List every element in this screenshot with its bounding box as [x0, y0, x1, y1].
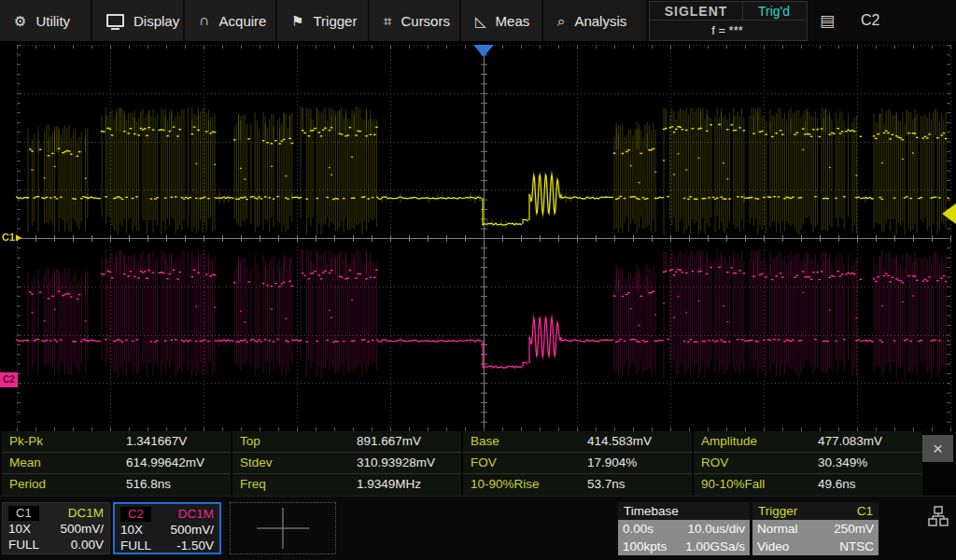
- menu-item-label: Meas: [496, 13, 530, 29]
- measurement-label: FOV: [471, 455, 497, 469]
- active-channel-label: C2: [861, 12, 879, 29]
- measurement-item: ROV 30.349%: [694, 453, 922, 474]
- measurement-label: Freq: [240, 477, 266, 491]
- menu-item-label: Trigger: [313, 13, 357, 29]
- flag-icon: ⚑: [291, 14, 303, 28]
- menu-item-utility[interactable]: ⚙ Utility: [0, 0, 91, 41]
- channel2-bandwidth: FULL: [120, 539, 151, 553]
- channel2-scale: 500mV/: [170, 523, 214, 537]
- measurement-value: 1.341667V: [126, 434, 187, 448]
- menu-item-display[interactable]: Display: [92, 0, 183, 41]
- channel1-scale: 500mV/: [60, 522, 104, 536]
- measurement-column: Amplitude 477.083mV ROV 30.349% 90-10%Fa…: [694, 431, 922, 496]
- measurement-item: Pk-Pk 1.341667V: [2, 431, 231, 453]
- channel2-coupling: DC1M: [178, 507, 214, 521]
- trigger-level-marker[interactable]: [942, 203, 956, 224]
- active-channel-indicator[interactable]: ▤ C2: [820, 0, 880, 41]
- measurement-item: Freq 1.9349MHz: [232, 474, 461, 495]
- channel1-probe: 10X: [8, 522, 31, 536]
- measurement-label: ROV: [701, 455, 728, 469]
- channel1-position-marker[interactable]: C1 ▶: [2, 231, 21, 243]
- trigger-level: 250mV: [834, 522, 874, 536]
- status-box: SIGLENT Trig'd f = ***: [649, 1, 808, 41]
- channel1-descriptor-box[interactable]: C1 DC1M 10X 500mV/ FULL 0.00V: [2, 502, 110, 554]
- menu-item-cursors[interactable]: ⌗ Cursors: [370, 0, 459, 41]
- timebase-descriptor-box[interactable]: Timebase 0.00s 10.0us/div 100kpts 1.00GS…: [618, 502, 750, 555]
- timebase-title: Timebase: [624, 504, 679, 518]
- measurement-value: 516.8ns: [126, 477, 171, 491]
- channel1-bandwidth: FULL: [8, 538, 39, 552]
- menu-bar: ⚙ Utility Display ∩ Acquire ⚑ Trigger ⌗ …: [0, 0, 956, 41]
- measurement-item: Period 516.8ns: [2, 474, 231, 495]
- measurement-label: Mean: [9, 455, 41, 469]
- measurement-label: Pk-Pk: [9, 434, 43, 448]
- measurement-item: Stdev 310.93928mV: [232, 453, 461, 474]
- menu-item-meas[interactable]: ◺ Meas: [461, 0, 541, 41]
- menu-item-analysis[interactable]: ⌕ Analysis: [543, 0, 646, 41]
- trigger-mode: Normal: [757, 522, 798, 536]
- trigger-position-marker[interactable]: [473, 45, 494, 57]
- trigger-source: C1: [857, 504, 873, 518]
- measurement-item: Mean 614.99642mV: [2, 453, 231, 474]
- measurement-label: Base: [471, 434, 499, 448]
- network-icon[interactable]: [928, 506, 949, 530]
- measurement-item: 90-10%Fall 49.6ns: [694, 474, 922, 495]
- measurement-label: 90-10%Fall: [701, 477, 765, 491]
- measurement-value: 1.9349MHz: [357, 477, 421, 491]
- channel2-probe: 10X: [120, 523, 143, 537]
- magnifier-icon: ⌕: [557, 14, 565, 28]
- trigger-descriptor-box[interactable]: Trigger C1 Normal 250mV Video NTSC: [752, 502, 879, 555]
- trigger-type: Video: [757, 539, 789, 553]
- measurement-item: FOV 17.904%: [463, 453, 692, 474]
- menu-item-acquire[interactable]: ∩ Acquire: [185, 0, 275, 41]
- channel2-position-marker[interactable]: C2: [0, 372, 18, 387]
- measurement-label: Amplitude: [701, 434, 757, 448]
- measurement-value: 891.667mV: [357, 434, 421, 448]
- timebase-delay: 0.00s: [623, 522, 654, 536]
- channel2-descriptor-box[interactable]: C2 DC1M 10X 500mV/ FULL -1.50V: [113, 502, 221, 554]
- measurement-label: Period: [9, 477, 46, 491]
- measurement-value: 17.904%: [587, 455, 637, 469]
- gear-icon: ⚙: [14, 14, 26, 28]
- acquire-icon: ∩: [199, 13, 210, 28]
- close-icon[interactable]: ×: [922, 435, 953, 462]
- timebase-samplerate: 1.00GSa/s: [685, 539, 745, 553]
- menu-item-label: Display: [134, 13, 179, 29]
- measurement-value: 49.6ns: [818, 477, 856, 491]
- channel1-id-chip: C1: [8, 506, 39, 521]
- measurement-value: 414.583mV: [587, 434, 652, 448]
- trigger-standard: NTSC: [839, 539, 874, 553]
- menu-item-trigger[interactable]: ⚑ Trigger: [277, 0, 368, 41]
- trigger-status-badge: Trig'd: [743, 2, 805, 21]
- monitor-icon: [106, 14, 124, 27]
- crosshair-icon: [249, 506, 316, 551]
- measurement-value: 614.99642mV: [126, 455, 204, 469]
- frequency-counter-readout: f = ***: [650, 21, 805, 39]
- measurement-item: 10-90%Rise 53.7ns: [463, 474, 692, 495]
- measurement-label: 10-90%Rise: [471, 477, 540, 491]
- measurement-value: 477.083mV: [818, 434, 882, 448]
- right-arrow-icon: ▶: [16, 233, 21, 242]
- measurement-item: Base 414.583mV: [463, 431, 692, 453]
- menu-item-label: Utility: [35, 13, 70, 29]
- cursors-grid-icon: ⌗: [384, 14, 391, 28]
- waveform-canvas[interactable]: [0, 42, 956, 431]
- set-square-icon: ◺: [475, 14, 486, 28]
- measurement-panel: Pk-Pk 1.341667V Mean 614.99642mV Period …: [0, 431, 956, 496]
- menu-item-label: Acquire: [219, 13, 267, 29]
- channel1-coupling: DC1M: [68, 506, 104, 520]
- channel2-offset: -1.50V: [176, 539, 214, 553]
- add-channel-placeholder[interactable]: [230, 502, 336, 554]
- measurement-column: Pk-Pk 1.341667V Mean 614.99642mV Period …: [2, 431, 231, 496]
- timebase-points: 100kpts: [623, 539, 667, 553]
- waveform-display-area[interactable]: C1 ▶ C2: [0, 42, 956, 431]
- channel1-offset: 0.00V: [71, 538, 104, 552]
- measurement-value: 30.349%: [818, 455, 867, 469]
- trigger-title: Trigger: [758, 504, 797, 518]
- bottom-status-bar: C1 DC1M 10X 500mV/ FULL 0.00V C2 DC1M 10…: [0, 496, 956, 560]
- measurement-column: Base 414.583mV FOV 17.904% 10-90%Rise 53…: [463, 431, 692, 496]
- measurement-value: 53.7ns: [587, 477, 626, 491]
- measurement-item: Top 891.667mV: [232, 431, 461, 453]
- channel1-marker-label: C1: [2, 231, 15, 243]
- measurement-value: 310.93928mV: [357, 455, 435, 469]
